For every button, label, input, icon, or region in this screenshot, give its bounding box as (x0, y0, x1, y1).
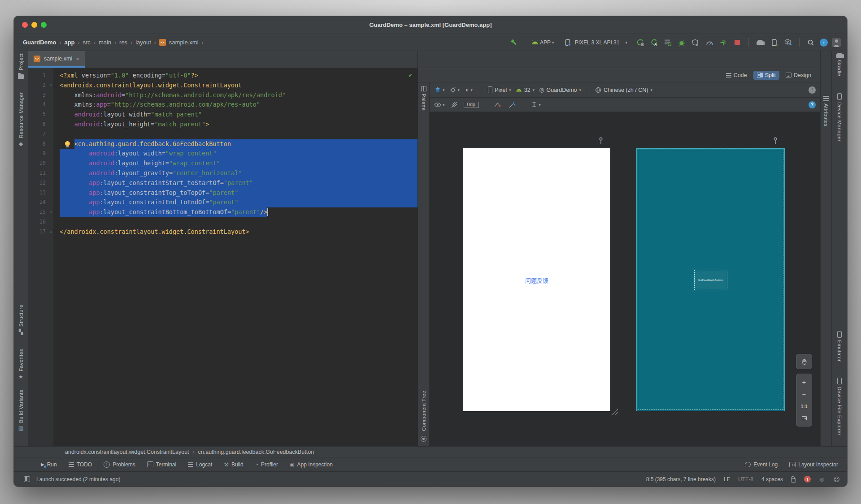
tool-strip-emulator[interactable]: Emulator (832, 331, 847, 362)
fold-marker-icon[interactable]: ∨ (50, 81, 52, 90)
stop-icon[interactable] (732, 37, 742, 48)
profile-debuggable-icon[interactable] (691, 37, 700, 48)
code-line-1[interactable]: <?xml version="1.0" encoding="utf-8"?> (60, 71, 417, 81)
apply-changes-icon[interactable] (718, 37, 728, 48)
caret-position[interactable]: 8:5 (395 chars, 7 line breaks) (646, 476, 716, 482)
tool-strip-resource-manager[interactable]: Resource Manager◆ (14, 92, 28, 147)
code-line-13[interactable]: app:layout_constraintTop_toTopOf="parent… (60, 188, 417, 198)
toolwindow-app-inspection[interactable]: ◉App Inspection (290, 461, 333, 468)
toolwindow-event-log[interactable]: Event Log (745, 461, 778, 468)
run-configuration-select[interactable]: APP▾ (531, 37, 554, 48)
tool-strip-device-manager[interactable]: Device Manager (832, 93, 847, 142)
editor-gutter[interactable]: 12∨3456789101112131415∧1617∧ (28, 68, 53, 446)
component-tree-tab[interactable]: Component Tree (418, 391, 429, 431)
autoconnect-toggle-icon[interactable] (449, 99, 459, 110)
tool-strip-structure[interactable]: Structure▚ (14, 305, 28, 335)
fold-marker-icon[interactable]: ∧ (50, 207, 52, 217)
toolwindow-profiler[interactable]: ◔Profiler (255, 461, 278, 468)
code-line-6[interactable]: android:layout_height="match_parent"> (60, 120, 417, 129)
rerun-icon[interactable] (635, 37, 645, 48)
lock-icon[interactable] (791, 478, 796, 482)
code-line-7[interactable] (60, 129, 417, 139)
tool-strip-gradle[interactable]: Gradle (832, 53, 847, 76)
code-line-14[interactable]: app:layout_constraintEnd_toEndOf="parent… (60, 198, 417, 207)
code-line-17[interactable]: </androidx.constraintlayout.widget.Const… (60, 227, 417, 237)
file-encoding[interactable]: UTF-8 (738, 476, 753, 482)
ide-update-icon[interactable]: ↑ (820, 39, 828, 47)
orientation-select[interactable]: ▾ (449, 85, 460, 95)
device-select[interactable]: PIXEL 3 XL API 31▾ (565, 37, 627, 48)
breadcrumb-item[interactable]: layout (135, 39, 151, 46)
attributes-tab[interactable]: Attributes (821, 96, 831, 127)
zoom-window-button[interactable] (41, 22, 47, 28)
mode-code-button[interactable]: Code (722, 71, 751, 80)
breadcrumb-item[interactable]: sample.xml (169, 39, 199, 46)
line-separator[interactable]: LF (724, 476, 730, 482)
design-surface-select[interactable]: ▾ (434, 85, 445, 95)
tab-close-icon[interactable]: × (76, 56, 79, 62)
infer-constraints-icon[interactable] (507, 99, 517, 110)
breadcrumb-item[interactable]: main (99, 39, 111, 46)
mode-design-button[interactable]: Design (782, 71, 815, 80)
toolwindow-terminal[interactable]: >_Terminal (147, 461, 176, 468)
tool-strip-favorites[interactable]: Favorites★ (14, 349, 28, 380)
close-window-button[interactable] (22, 22, 28, 28)
zoom-out-button[interactable]: − (796, 388, 812, 400)
design-preview-surface[interactable]: 问题反馈 (463, 148, 610, 411)
help-badge[interactable]: ? (809, 101, 816, 108)
code-line-11[interactable]: android:layout_gravity="center_horizonta… (60, 168, 417, 178)
breadcrumb-constraintlayout[interactable]: androidx.constraintlayout.widget.Constra… (65, 449, 189, 455)
tool-strip-device-file-explorer[interactable]: Device File Explorer (832, 378, 847, 435)
toolwindow-run[interactable]: ▶Run (41, 461, 57, 468)
pan-tool-button[interactable] (796, 354, 812, 369)
error-indicator-icon[interactable]: ! (804, 476, 811, 482)
default-margin-control[interactable]: 0dp (464, 102, 479, 108)
profile-avatar-icon[interactable] (832, 38, 841, 47)
canvas-resize-handle[interactable] (611, 408, 618, 415)
code-line-8[interactable]: <cn.authing.guard.feedback.GoFeedbackBut… (60, 139, 417, 149)
feedback-button-preview[interactable]: 问题反馈 (525, 276, 548, 284)
clear-constraints-icon[interactable] (493, 99, 503, 110)
minimize-window-button[interactable] (31, 22, 37, 28)
locale-select[interactable]: Chinese (zh / CN)▾ (595, 87, 652, 93)
run-tasks-icon[interactable] (663, 37, 673, 48)
issues-badge[interactable]: ! (809, 86, 816, 94)
breadcrumb-item[interactable]: GuardDemo (23, 39, 56, 46)
design-config-wrench-icon[interactable] (598, 137, 604, 145)
blueprint-component-box[interactable]: GoFeedbackButton (694, 270, 727, 290)
blueprint-config-wrench-icon[interactable] (773, 137, 778, 145)
code-line-5[interactable]: android:layout_width="match_parent" (60, 110, 417, 120)
tab-sample-xml[interactable]: <> sample.xml × (28, 51, 85, 68)
smiley-icon[interactable]: ☺ (819, 476, 825, 483)
code-line-10[interactable]: android:layout_height="wrap_content" (60, 159, 417, 168)
sdk-manager-icon[interactable] (783, 37, 793, 48)
breadcrumb-item[interactable]: app (64, 39, 74, 46)
code-line-16[interactable] (60, 217, 417, 227)
mode-split-button[interactable]: Split (753, 71, 779, 80)
gradle-sync-icon[interactable] (755, 37, 765, 48)
inspections-ok-icon[interactable]: ✔ (409, 72, 412, 78)
toolwindow-problems[interactable]: !Problems (104, 461, 135, 468)
api-level-select[interactable]: 32▾ (516, 87, 535, 93)
apply-code-changes-icon[interactable]: A (649, 37, 659, 48)
breadcrumb-gofeedbackbutton[interactable]: cn.authing.guard.feedback.GoFeedbackButt… (198, 449, 314, 455)
tool-strip-project[interactable]: Project (14, 53, 28, 79)
search-everywhere-icon[interactable] (806, 37, 816, 48)
breadcrumb-item[interactable]: src (83, 39, 91, 46)
intention-bulb-icon[interactable] (65, 141, 70, 146)
code-line-2[interactable]: <androidx.constraintlayout.widget.Constr… (60, 81, 417, 90)
night-mode-select[interactable]: ◐▾ (464, 85, 474, 95)
code-line-3[interactable]: xmlns:android="http://schemas.android.co… (60, 90, 417, 100)
code-editor[interactable]: 12∨3456789101112131415∧1617∧ <?xml versi… (28, 68, 417, 446)
toolwindow-build[interactable]: ⚒Build (224, 461, 243, 468)
view-options-select[interactable]: ▾ (434, 99, 445, 110)
zoom-to-fit-button[interactable] (796, 412, 812, 424)
code-line-12[interactable]: app:layout_constraintStart_toStartOf="pa… (60, 178, 417, 188)
code-line-15[interactable]: app:layout_constraintBottom_toBottomOf="… (60, 207, 417, 217)
design-canvas[interactable]: 问题反馈 GoFeedbackButton + (430, 112, 820, 446)
code-line-4[interactable]: xmlns:app="http://schemas.android.com/ap… (60, 100, 417, 110)
breadcrumb-item[interactable]: res (119, 39, 127, 46)
toolwindow-toggle-icon[interactable] (24, 476, 30, 482)
theme-select[interactable]: ◎ GuardDemo▾ (539, 86, 581, 93)
frown-icon[interactable]: ☹ (833, 476, 840, 483)
